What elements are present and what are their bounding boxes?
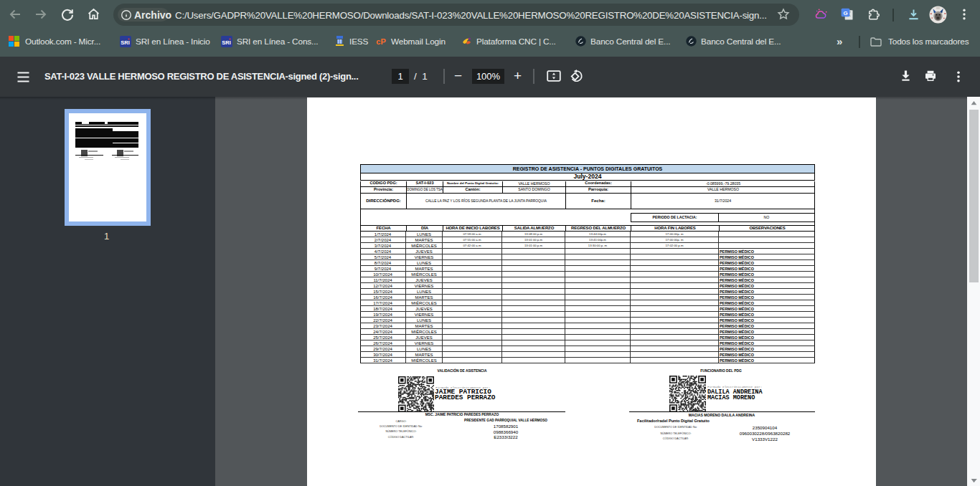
svg-text:SRI: SRI xyxy=(121,39,130,46)
svg-text:G: G xyxy=(843,10,847,16)
svg-text:cP: cP xyxy=(376,37,385,46)
svg-text:SRI: SRI xyxy=(222,39,231,46)
